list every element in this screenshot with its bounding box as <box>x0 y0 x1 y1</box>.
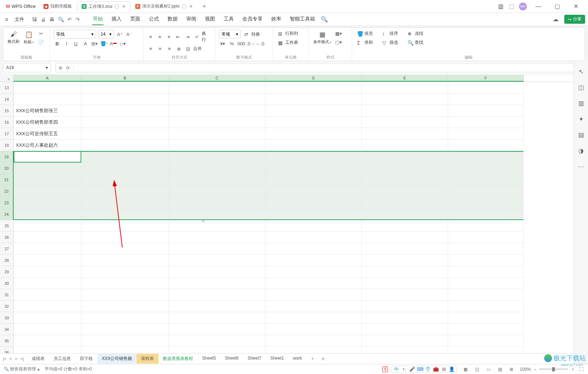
cell-F24[interactable] <box>448 209 524 220</box>
cell-A33[interactable] <box>14 312 81 324</box>
strike-icon[interactable]: A̶ <box>82 40 89 47</box>
cell-E27[interactable] <box>362 243 448 255</box>
zoom-slider[interactable] <box>539 369 568 370</box>
cell-D15[interactable] <box>265 105 362 117</box>
cell-F33[interactable] <box>448 312 524 324</box>
row-header-32[interactable]: 32 <box>0 301 14 312</box>
wrap-button[interactable]: ⤶换行 <box>193 30 211 44</box>
underline-icon[interactable]: U <box>72 40 79 47</box>
cut-icon[interactable]: ✂ <box>37 30 45 37</box>
align-mid-icon[interactable]: ≡ <box>156 33 164 40</box>
cube-icon[interactable]: ⬚ <box>508 3 515 10</box>
cell-D14[interactable] <box>265 94 362 105</box>
ime-zh-icon[interactable]: 中 <box>393 366 399 372</box>
cell-E13[interactable] <box>362 82 448 94</box>
print-icon[interactable]: 🖶 <box>49 17 54 22</box>
view-grid-icon[interactable]: ⊞ <box>508 366 515 373</box>
row-header-25[interactable]: 25 <box>0 220 14 232</box>
cell-B13[interactable] <box>81 82 169 94</box>
number-format-select[interactable]: 常规▾ <box>219 30 241 38</box>
undo-icon[interactable]: ↶ <box>68 17 72 22</box>
cell-C24[interactable] <box>169 209 265 220</box>
cell-E31[interactable] <box>362 289 448 301</box>
align-bot-icon[interactable]: ≡ <box>165 33 173 40</box>
tab-data[interactable]: 数据 <box>167 14 178 25</box>
fx-icon[interactable]: fx <box>66 65 70 70</box>
align-right-icon[interactable]: ≡ <box>166 45 173 53</box>
tab-presentation[interactable]: P 演示文稿素材2.pptx ✕ <box>131 1 197 12</box>
freeze-button[interactable]: ❄冻结 <box>406 30 425 37</box>
cell-B18[interactable] <box>81 140 169 151</box>
align-top-icon[interactable]: ≡ <box>147 33 154 40</box>
select-tool-icon[interactable]: ↖ <box>577 68 585 76</box>
zoom-label[interactable]: 100% <box>520 367 531 372</box>
cell-D21[interactable] <box>265 174 362 186</box>
view-page-icon[interactable]: ▭ <box>485 366 492 373</box>
cell-A18[interactable]: XXX公司人事处赵六 <box>14 140 81 151</box>
cell-A25[interactable] <box>14 220 81 232</box>
cell-F14[interactable] <box>448 94 524 105</box>
cell-D31[interactable] <box>265 289 362 301</box>
avatar[interactable]: WP <box>519 3 527 10</box>
tab-formula[interactable]: 公式 <box>148 14 160 25</box>
cell-E26[interactable] <box>362 232 448 243</box>
justify-icon[interactable]: ≣ <box>175 45 182 53</box>
gallery-icon[interactable]: ▥ <box>577 99 585 107</box>
clear-format-icon[interactable]: ◇▾ <box>119 40 126 47</box>
cell-B22[interactable] <box>81 186 169 197</box>
ime-toolbar[interactable]: 中 •, 🎤 ⌨ 👕 🧰 ⊞ 👤 <box>391 366 457 373</box>
cell-F31[interactable] <box>448 289 524 301</box>
cell-C23[interactable] <box>169 197 265 209</box>
cell-F34[interactable] <box>448 324 524 335</box>
export-icon[interactable]: 🖨 <box>41 17 46 22</box>
indent-inc-icon[interactable]: ⇥ <box>184 33 191 40</box>
row-header-34[interactable]: 34 <box>0 324 14 335</box>
sum-button[interactable]: Σ求和 <box>356 39 374 46</box>
cell-E30[interactable] <box>362 278 448 289</box>
cell-D20[interactable] <box>265 163 362 174</box>
cell-C34[interactable] <box>169 324 265 335</box>
cell-C27[interactable] <box>169 243 265 255</box>
search-icon[interactable]: 🔍 <box>317 16 332 23</box>
cell-C32[interactable] <box>169 301 265 312</box>
ime-tool-icon[interactable]: 🧰 <box>433 366 439 372</box>
cell-A19[interactable] <box>14 151 81 163</box>
cell-C14[interactable] <box>169 94 265 105</box>
cell-A22[interactable] <box>14 186 81 197</box>
sidebar-icon[interactable]: ◫ <box>577 83 585 91</box>
fill-color-icon[interactable]: 🪣 <box>100 40 108 47</box>
cell-D27[interactable] <box>265 243 362 255</box>
cell-B30[interactable] <box>81 278 169 289</box>
cell-A20[interactable] <box>14 163 81 174</box>
zoom-in-button[interactable]: ＋ <box>571 366 575 372</box>
cell-F23[interactable] <box>448 197 524 209</box>
cell-F13[interactable] <box>448 82 524 94</box>
cell-E28[interactable] <box>362 255 448 266</box>
cell-D23[interactable] <box>265 197 362 209</box>
cell-D35[interactable] <box>265 335 362 347</box>
settings-side-icon[interactable]: ✦ <box>577 115 585 123</box>
cell-F15[interactable] <box>448 105 524 117</box>
cell-B28[interactable] <box>81 255 169 266</box>
col-header-a[interactable]: A <box>14 75 81 82</box>
row-header-31[interactable]: 31 <box>0 289 14 301</box>
worksheet-button[interactable]: ▦工作表 <box>277 39 300 46</box>
cell-B20[interactable] <box>81 163 169 174</box>
cell-F36[interactable] <box>448 347 524 353</box>
convert-button[interactable]: ⇄转换 <box>243 31 261 38</box>
cell-D28[interactable] <box>265 255 362 266</box>
cell-B34[interactable] <box>81 324 169 335</box>
sheet-tab[interactable]: work <box>288 354 306 364</box>
cell-D36[interactable] <box>265 347 362 353</box>
cell-E24[interactable] <box>362 209 448 220</box>
row-header-36[interactable]: 36 <box>0 347 14 353</box>
currency-icon[interactable]: ¥▾ <box>219 40 226 47</box>
find-button[interactable]: 🔍查找 <box>406 39 425 46</box>
tab-insert[interactable]: 插入 <box>111 14 122 25</box>
bold-icon[interactable]: B <box>54 40 61 47</box>
copy-icon[interactable]: 📄 <box>37 38 45 46</box>
cell-A14[interactable] <box>14 94 81 105</box>
cell-D17[interactable] <box>265 128 362 140</box>
properties-icon[interactable]: ▤ <box>577 131 585 139</box>
cell-D32[interactable] <box>265 301 362 312</box>
